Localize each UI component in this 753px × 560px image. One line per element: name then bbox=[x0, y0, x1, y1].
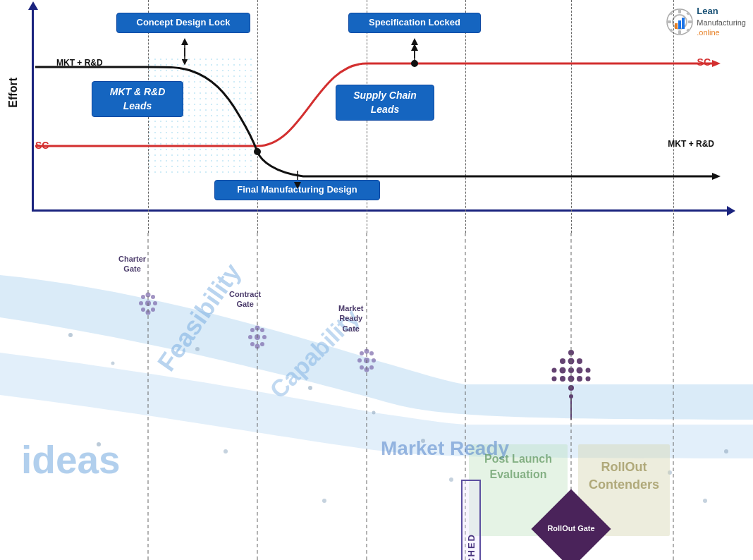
svg-point-81 bbox=[586, 377, 591, 382]
svg-point-73 bbox=[577, 358, 582, 364]
charter-gate-label: CharterGate bbox=[118, 254, 146, 274]
rollout-contenders-label: RollOutContenders bbox=[582, 458, 666, 494]
svg-point-44 bbox=[260, 342, 264, 346]
svg-marker-15 bbox=[712, 173, 721, 180]
svg-point-54 bbox=[68, 333, 73, 337]
rollout-gate-text: RollOut Gate bbox=[547, 524, 594, 533]
svg-marker-22 bbox=[294, 182, 301, 189]
svg-point-52 bbox=[360, 365, 364, 370]
svg-point-51 bbox=[369, 351, 374, 355]
market-ready-gate-label: MarketReadyGate bbox=[338, 303, 363, 334]
svg-marker-25 bbox=[411, 38, 418, 45]
launched-box: LAUNCHED bbox=[461, 480, 481, 560]
bottom-funnel-svg bbox=[0, 233, 753, 560]
svg-point-48 bbox=[357, 358, 362, 363]
svg-point-65 bbox=[703, 499, 707, 503]
svg-point-80 bbox=[552, 377, 557, 382]
svg-point-74 bbox=[560, 367, 566, 374]
svg-point-76 bbox=[560, 376, 565, 382]
svg-point-49 bbox=[372, 358, 376, 363]
svg-marker-14 bbox=[712, 60, 721, 67]
svg-point-40 bbox=[262, 335, 267, 339]
svg-point-60 bbox=[322, 499, 326, 503]
contract-gate-label: ContractGate bbox=[229, 289, 261, 310]
chart-curves bbox=[0, 0, 753, 233]
svg-point-78 bbox=[552, 368, 557, 373]
svg-point-72 bbox=[560, 358, 565, 364]
bottom-area: ideas Feasibility Capability Market Read… bbox=[0, 233, 753, 560]
svg-point-56 bbox=[111, 362, 115, 365]
svg-point-20 bbox=[411, 60, 418, 67]
svg-point-31 bbox=[153, 301, 157, 305]
svg-point-66 bbox=[724, 449, 728, 454]
launched-text: LAUNCHED bbox=[466, 533, 477, 560]
svg-point-50 bbox=[360, 351, 364, 355]
svg-point-59 bbox=[308, 386, 312, 390]
svg-point-32 bbox=[141, 295, 145, 299]
top-chart: Lean Manufacturing .online Effort Concep… bbox=[0, 0, 753, 233]
svg-point-63 bbox=[449, 477, 453, 482]
svg-point-58 bbox=[224, 449, 228, 454]
svg-point-30 bbox=[139, 301, 143, 305]
ideas-label: ideas bbox=[21, 437, 121, 482]
svg-point-34 bbox=[141, 308, 145, 312]
svg-point-53 bbox=[369, 365, 374, 370]
svg-point-75 bbox=[577, 367, 583, 374]
svg-point-35 bbox=[151, 308, 155, 312]
svg-point-41 bbox=[250, 328, 255, 332]
svg-point-61 bbox=[372, 411, 376, 415]
svg-point-79 bbox=[586, 368, 591, 373]
svg-point-43 bbox=[250, 342, 255, 346]
svg-marker-24 bbox=[181, 38, 188, 45]
svg-point-39 bbox=[248, 335, 252, 339]
svg-point-17 bbox=[254, 148, 261, 155]
svg-point-33 bbox=[151, 295, 155, 299]
post-launch-label: Post LaunchEvaluation bbox=[472, 451, 564, 483]
svg-point-42 bbox=[260, 328, 264, 332]
svg-point-77 bbox=[577, 376, 582, 382]
